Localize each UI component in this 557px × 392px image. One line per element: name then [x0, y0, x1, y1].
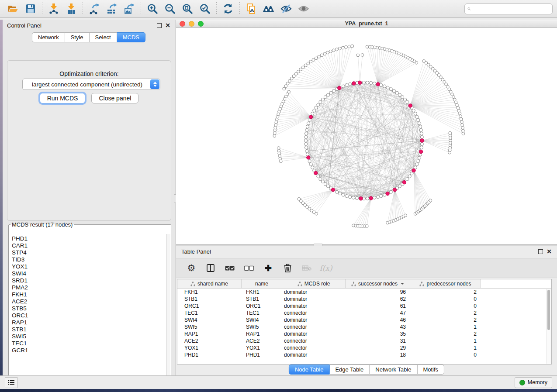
network-node[interactable]	[312, 58, 315, 62]
function-builder-icon[interactable]: f(x)	[319, 261, 332, 275]
network-node[interactable]	[456, 103, 459, 107]
mcds-result-item[interactable]: TEC1	[12, 340, 167, 347]
table-row[interactable]: YOX1YOX1connector291	[177, 344, 551, 351]
network-node[interactable]	[309, 60, 312, 63]
network-node[interactable]	[362, 81, 365, 84]
network-node[interactable]	[420, 135, 423, 138]
first-neighbors-icon[interactable]	[260, 1, 277, 16]
close-panel-icon[interactable]: ✕	[547, 249, 552, 254]
network-node[interactable]	[404, 214, 407, 217]
show-all-eye-icon[interactable]	[295, 1, 312, 16]
mcds-node[interactable]	[369, 196, 373, 200]
network-node[interactable]	[305, 128, 308, 131]
network-node[interactable]	[458, 112, 461, 115]
mcds-node[interactable]	[420, 139, 424, 142]
network-node[interactable]	[304, 135, 308, 138]
mcds-result-item[interactable]: GCR1	[12, 347, 167, 354]
network-node[interactable]	[406, 178, 409, 181]
network-node[interactable]	[313, 109, 316, 112]
network-node[interactable]	[348, 45, 351, 48]
mcds-node[interactable]	[419, 150, 422, 153]
network-node[interactable]	[324, 182, 327, 186]
network-node[interactable]	[318, 55, 321, 58]
network-node[interactable]	[324, 96, 327, 99]
network-node[interactable]	[356, 54, 360, 57]
network-node[interactable]	[304, 146, 308, 149]
network-node[interactable]	[386, 86, 389, 89]
network-node[interactable]	[345, 83, 348, 86]
network-node[interactable]	[449, 131, 452, 134]
network-node[interactable]	[329, 91, 332, 94]
network-node[interactable]	[420, 146, 423, 149]
export-table-icon[interactable]	[103, 1, 121, 16]
network-node[interactable]	[306, 125, 309, 128]
column-header-mcds-role[interactable]: MCDS role	[282, 279, 346, 288]
add-column-plus-icon[interactable]: ✚	[262, 261, 275, 275]
network-node[interactable]	[332, 89, 336, 93]
network-node[interactable]	[389, 190, 392, 193]
network-node[interactable]	[361, 54, 364, 57]
network-node[interactable]	[412, 109, 415, 112]
network-node[interactable]	[273, 134, 276, 138]
network-node[interactable]	[380, 83, 383, 86]
table-row[interactable]: ACE2ACE2connector311	[177, 337, 551, 344]
network-node[interactable]	[307, 62, 310, 65]
delete-trash-icon[interactable]	[281, 261, 294, 275]
network-node[interactable]	[355, 196, 358, 199]
network-node[interactable]	[335, 48, 338, 51]
network-node[interactable]	[292, 75, 295, 78]
network-node[interactable]	[395, 91, 398, 94]
mcds-node[interactable]	[393, 188, 396, 192]
refresh-icon[interactable]	[219, 1, 237, 16]
mcds-result-item[interactable]: SWI5	[12, 333, 167, 340]
tab-motifs[interactable]: Motifs	[417, 364, 444, 375]
network-node[interactable]	[274, 124, 277, 127]
network-node[interactable]	[383, 85, 386, 88]
network-node[interactable]	[459, 115, 462, 118]
network-node[interactable]	[323, 52, 326, 55]
table-row[interactable]: STB1STB1dominator620	[177, 296, 551, 303]
network-node[interactable]	[417, 118, 420, 121]
zoom-selected-icon[interactable]	[196, 1, 214, 16]
network-node[interactable]	[290, 77, 293, 80]
network-node[interactable]	[418, 156, 421, 159]
tab-edge-table[interactable]: Edge Table	[329, 364, 370, 375]
network-node[interactable]	[398, 185, 401, 188]
network-node[interactable]	[301, 66, 304, 69]
export-image-icon[interactable]	[121, 1, 138, 16]
network-node[interactable]	[366, 197, 369, 200]
network-node[interactable]	[284, 85, 287, 88]
network-node[interactable]	[317, 103, 320, 106]
network-node[interactable]	[457, 107, 460, 110]
close-panel-icon[interactable]: ✕	[165, 23, 170, 28]
network-node[interactable]	[339, 192, 342, 195]
network-node[interactable]	[299, 68, 302, 71]
network-node[interactable]	[457, 109, 460, 112]
mcds-result-scrollbar[interactable]	[166, 234, 170, 384]
mcds-result-item[interactable]: YOX1	[12, 263, 167, 270]
network-node[interactable]	[332, 49, 335, 52]
table-scrollbar[interactable]	[547, 289, 551, 364]
network-node[interactable]	[305, 149, 308, 152]
table-row[interactable]: ORC1ORC1dominator610	[177, 303, 551, 309]
share-document-icon[interactable]	[242, 1, 260, 16]
mcds-node[interactable]	[314, 171, 318, 175]
network-node[interactable]	[349, 196, 352, 199]
network-node[interactable]	[329, 50, 332, 53]
network-node[interactable]	[273, 129, 277, 132]
network-node[interactable]	[373, 82, 376, 85]
import-table-icon[interactable]	[62, 1, 80, 16]
network-node[interactable]	[462, 132, 465, 135]
network-node[interactable]	[462, 129, 465, 132]
network-node[interactable]	[392, 89, 395, 93]
network-node[interactable]	[274, 126, 277, 129]
network-node[interactable]	[419, 128, 422, 131]
mcds-node[interactable]	[402, 181, 406, 184]
network-canvas[interactable]	[176, 28, 557, 245]
network-node[interactable]	[273, 132, 276, 135]
tab-style[interactable]: Style	[65, 32, 90, 42]
network-node[interactable]	[460, 120, 464, 124]
mcds-result-item[interactable]: STB1	[12, 326, 167, 333]
network-node[interactable]	[315, 106, 318, 109]
table-row[interactable]: RAP1RAP1dominator352	[177, 330, 551, 337]
